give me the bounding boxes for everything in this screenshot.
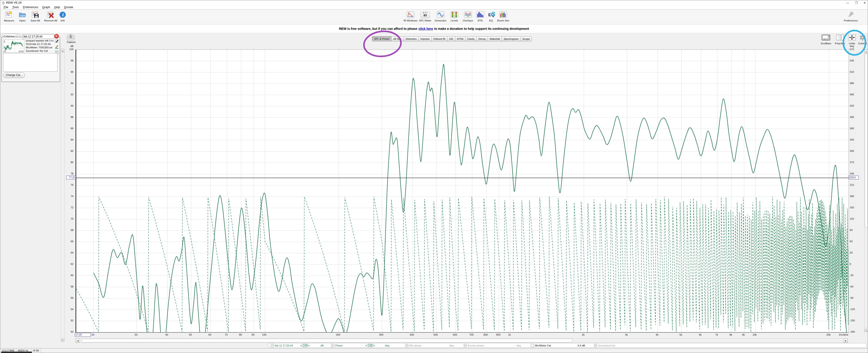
controls-button[interactable]: Controls (857, 34, 868, 45)
tab-decay[interactable]: Decay (476, 36, 488, 41)
y-left-tick: 96 (64, 70, 73, 73)
y-left-tick: 100 (64, 48, 73, 51)
freq-axis-max-label: 24,0kHz (832, 333, 848, 336)
generator-button[interactable]: Generator (434, 11, 447, 22)
tab-filtered-ir[interactable]: Filtered IR (432, 36, 447, 41)
spl-phase-plot[interactable] (75, 50, 849, 333)
h-scroll-thumb[interactable] (82, 339, 572, 342)
scroll-right-icon[interactable]: ▶ (844, 339, 848, 343)
ir-windows-button[interactable]: IR Windows (403, 11, 418, 22)
tab-spl-phase[interactable]: SPL & Phase (372, 36, 392, 41)
scroll-down-icon[interactable]: ▼ (61, 338, 64, 342)
rta-label: RTA (475, 19, 485, 22)
tab-scope[interactable]: Scope (521, 36, 532, 41)
menu-preferences[interactable]: Preferences (21, 6, 40, 9)
bb-label: deg (385, 344, 389, 347)
spl-meter-button[interactable]: dB SPL83SPL Meter (418, 11, 432, 22)
minimize-button[interactable]: — (846, 1, 849, 4)
menu-graph[interactable]: Graph (40, 6, 52, 9)
menu-tools[interactable]: Tools (10, 6, 21, 9)
menu-donate[interactable]: Donate (62, 6, 75, 9)
freq-axis-button[interactable]: Freq Axis (834, 34, 846, 45)
y-left-tick: 56 (64, 296, 73, 299)
scrollbars-label: Scrollbars (819, 42, 833, 45)
tab-clarity[interactable]: Clarity (465, 36, 477, 41)
change-cal-button[interactable]: Change Cal... (3, 72, 25, 78)
measurement-notes-box[interactable] (3, 53, 57, 72)
levels-button[interactable]: 0369Levels (450, 11, 459, 22)
y-left-tick: 98 (64, 59, 73, 62)
info-button[interactable]: iInfo (58, 11, 67, 22)
preferences-button[interactable]: Preferences (843, 11, 859, 22)
overlays-button[interactable]: Overlays (462, 11, 474, 22)
limits-button[interactable]: Limits (847, 34, 857, 45)
scrollbars-button[interactable]: Scrollbars (819, 34, 833, 45)
tab-all-spl[interactable]: All SPL (392, 36, 404, 41)
graph-h-scrollbar[interactable]: ◀ ▶ (75, 338, 848, 343)
tab-waterfall[interactable]: Waterfall (488, 36, 502, 41)
smoothing-icon[interactable]: 1/48 (302, 344, 308, 347)
overlays-label: Overlays (462, 19, 474, 22)
tab-spectrogram[interactable]: Spectrogram (502, 36, 521, 41)
trace-colour-icon[interactable] (55, 45, 59, 50)
memory-usage-bar (1, 352, 32, 353)
delete-measurement-button[interactable]: ✕ (54, 34, 59, 38)
freq-axis-min-field[interactable]: 17,00 (75, 333, 91, 337)
scroll-left-icon[interactable]: ◀ (76, 339, 80, 343)
x-axis-tick: 700 (465, 333, 478, 336)
soundcard-cal-checkbox[interactable]: ✓Soundcard Cal (594, 343, 615, 348)
scroll-down-icon[interactable]: ▼ (865, 328, 868, 332)
eq-button[interactable]: EQEQ (487, 11, 495, 22)
tab-impulse[interactable]: Impulse (418, 36, 432, 41)
remove-all-button[interactable]: Remove All (44, 11, 58, 22)
menu-file[interactable]: File (2, 6, 10, 9)
checkbox-icon[interactable]: ✓ (331, 344, 334, 347)
tab-gd[interactable]: GD (447, 36, 455, 41)
y-right-tick: 180 (850, 195, 861, 197)
excess-phase-checkbox[interactable]: ✓Excess phase (464, 343, 484, 348)
tab-rt60[interactable]: RT60 (455, 36, 465, 41)
checkbox-icon[interactable]: ✓ (271, 344, 274, 347)
measurement-thumbnail[interactable]: 1 20 20,0k (3, 39, 24, 53)
measurement-name-input[interactable] (23, 34, 54, 39)
x-axis-tick: 200 (332, 333, 344, 336)
phase-checkbox[interactable]: ✓Phase (331, 343, 343, 348)
1-48-smoothing-control[interactable]: 1/48 (302, 343, 308, 348)
y-left-tick: 82 (64, 150, 73, 152)
open-button[interactable]: Open (18, 11, 27, 22)
smoothing-icon[interactable]: 1/48 (367, 344, 373, 347)
save-all-button[interactable]: Save All (29, 11, 42, 22)
graph-v-scrollbar[interactable]: ▲ ▼ (864, 50, 868, 332)
min-phase-checkbox[interactable]: ✓Min phase (405, 343, 421, 348)
x-axis-tick: 30 (130, 333, 142, 336)
measure-button[interactable]: Measure (2, 11, 16, 22)
y-right-tick: 450 (850, 93, 861, 96)
measurement-card[interactable]: ✕ 1 20 20,0k tympani tweeter left 3 m. 2… (1, 37, 60, 82)
1-48-smoothing-control[interactable]: 1/48 (367, 343, 373, 348)
edit-notes-icon[interactable] (55, 39, 59, 44)
scroll-up-icon[interactable]: ▲ (865, 50, 868, 53)
measurement-list-scrollbar[interactable]: ▲ ▼ (61, 49, 64, 342)
y-left-tick: 90 (64, 104, 73, 107)
close-button[interactable]: ✕ (864, 1, 866, 4)
tab-distortion[interactable]: Distortion (404, 36, 419, 41)
y-left-tick: 58 (64, 285, 73, 288)
menu-help[interactable]: Help (52, 6, 62, 9)
y-right-tick: 570 (850, 48, 861, 51)
donate-link[interactable]: click here (418, 27, 433, 31)
mic-meter-cal-checkbox[interactable]: Mic/Meter Cal (531, 343, 551, 348)
scroll-up-icon[interactable]: ▲ (61, 49, 64, 53)
feb-12-17-25-44-checkbox[interactable]: ✓feb 12 17:25:44 (271, 343, 293, 348)
rta-button[interactable]: RTA (475, 11, 485, 22)
checkbox-icon: ✓ (464, 344, 467, 347)
checkbox-icon[interactable] (531, 344, 534, 347)
capture-label: Capture (67, 41, 75, 43)
thumb-min-label: 20 (4, 50, 6, 53)
measurement-soundcard-cal: Soundcard: No Cal (26, 49, 55, 53)
room-sim-button[interactable]: Room Sim (497, 11, 509, 22)
v-scroll-thumb[interactable] (865, 54, 868, 228)
y-left-tick: 78 (64, 172, 73, 175)
maximize-button[interactable]: ❐ (855, 1, 858, 4)
rta-icon (475, 11, 485, 19)
capture-button[interactable]: Capture (67, 34, 75, 43)
